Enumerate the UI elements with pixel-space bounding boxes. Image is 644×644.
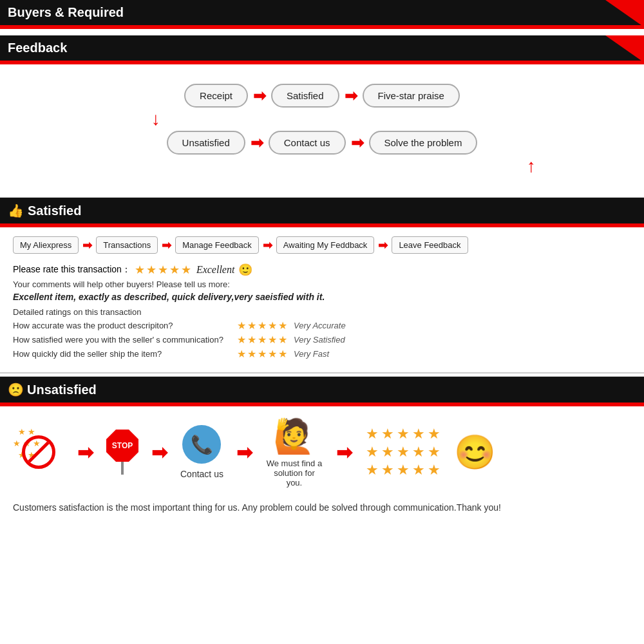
detail-text-3: Very Fast: [294, 349, 329, 359]
unsatisfied-section: ★ ★★ ★ ★★ ★ ➡ STOP ➡ 📞 Contact us ➡ 🙋 W: [0, 406, 644, 525]
nav-transactions: Transactions: [96, 236, 158, 254]
star-7: ★: [381, 444, 395, 460]
satisfied-header: 👍 Satisfied: [0, 198, 644, 225]
rating-stars: ★★★★★: [135, 263, 193, 277]
flow-arrow-2: ➡: [151, 441, 167, 464]
smiley-icon: 🙂: [238, 263, 252, 277]
star-4: ★: [412, 426, 426, 442]
star-6: ★: [365, 444, 379, 460]
detail-text-2: Very Satisfied: [294, 335, 345, 345]
feedback-title: Feedback: [8, 41, 67, 55]
five-star-box: Five-star praise: [363, 84, 460, 108]
star-8: ★: [396, 444, 410, 460]
flow-arrow-3: ➡: [236, 441, 252, 464]
buyers-required-title: Buyers & Required: [8, 5, 124, 20]
satisfied-title: Satisfied: [28, 204, 81, 218]
detail-row-2: How satisfied were you with the seller'ｓ…: [13, 334, 631, 346]
stop-block: STOP: [106, 430, 138, 475]
detail-q1: How accurate was the product descripiton…: [13, 321, 232, 330]
stars-grid-block: ★ ★ ★ ★ ★ ★ ★ ★ ★ ★ ★ ★ ★ ★ ★: [365, 426, 441, 478]
star-5: ★: [427, 426, 441, 442]
detail-text-1: Very Accurate: [294, 321, 346, 330]
nav-arrow-1: ➡: [82, 238, 92, 252]
arrow-up-container: ↑: [13, 157, 631, 175]
contact-us-box: Contact us: [269, 131, 346, 155]
feedback-red-bar: [0, 61, 644, 64]
buyers-required-header: Buyers & Required: [0, 0, 644, 25]
solution-label: We must find a solution for you.: [265, 459, 323, 488]
nav-manage-feedback: Manage Feedback: [175, 236, 259, 254]
arrow-down-icon: ↓: [151, 110, 160, 128]
arrow-right-1: ➡: [253, 87, 266, 105]
detail-stars-2: ★★★★★: [237, 334, 289, 346]
no-circle: [22, 435, 55, 469]
comments-label: Your comments will help other buyers! Pl…: [13, 279, 631, 289]
receipt-box: Receipt: [184, 84, 248, 108]
rating-line: Please rate this transaction： ★★★★★ Exce…: [13, 263, 631, 277]
star-14: ★: [412, 462, 426, 478]
star-3: ★: [396, 426, 410, 442]
thumbs-up-icon: 👍: [8, 203, 24, 218]
question-person-icon: 🙋: [273, 417, 315, 456]
stop-pole: [121, 462, 124, 475]
satisfied-box: Satisfied: [271, 84, 339, 108]
star-13: ★: [396, 462, 410, 478]
phone-symbol: 📞: [191, 434, 213, 455]
nav-leave-feedback: Leave Feedback: [392, 236, 468, 254]
star-9: ★: [412, 444, 426, 460]
feedback-header: Feedback: [0, 35, 644, 61]
review-text: Excellent item, exactly as described, qu…: [13, 292, 631, 302]
detail-row-1: How accurate was the product descripiton…: [13, 319, 631, 332]
satisfied-section: My Aliexpress ➡ Transactions ➡ Manage Fe…: [0, 227, 644, 373]
icon-flow: ★ ★★ ★ ★★ ★ ➡ STOP ➡ 📞 Contact us ➡ 🙋 W: [13, 417, 631, 488]
detail-row-3: How quickly did the seller ship the item…: [13, 348, 631, 360]
no-star-block: ★ ★★ ★ ★★ ★: [13, 426, 64, 478]
rating-label: Please rate this transaction：: [13, 264, 131, 276]
detail-stars-1: ★★★★★: [237, 319, 289, 332]
detail-q3: How quickly did the seller ship the item…: [13, 349, 232, 359]
detailed-label: Detailed ratings on this transaction: [13, 307, 631, 317]
stars-grid: ★ ★ ★ ★ ★ ★ ★ ★ ★ ★ ★ ★ ★ ★ ★: [365, 426, 441, 478]
arrow-right-2: ➡: [345, 87, 357, 105]
excellent-text: Excellent: [196, 264, 235, 276]
unsatisfied-header: 🙁 Unsatisfied: [0, 377, 644, 404]
star-10: ★: [427, 444, 441, 460]
flow-arrow-1: ➡: [77, 441, 93, 464]
unsatisfied-title: Unsatisfied: [27, 383, 97, 397]
big-smiley-block: 😊: [454, 433, 496, 472]
star-11: ★: [365, 462, 379, 478]
nav-arrow-4: ➡: [378, 238, 388, 252]
arrow-up-icon: ↑: [527, 157, 536, 175]
star-12: ★: [381, 462, 395, 478]
flow-diagram: Receipt ➡ Satisfied ➡ Five-star praise ↓…: [13, 77, 631, 184]
nav-my-aliexpress: My Aliexpress: [13, 236, 79, 254]
detail-stars-3: ★★★★★: [237, 348, 289, 360]
stop-sign-octagon: STOP: [106, 430, 138, 462]
nav-awaiting: Awaiting My Feddback: [276, 236, 375, 254]
unsatisfied-box: Unsatisfied: [167, 131, 245, 155]
flow-bottom-row: Unsatisfied ➡ Contact us ➡ Solve the pro…: [167, 131, 478, 155]
arrow-right-4: ➡: [351, 134, 364, 152]
nav-flow: My Aliexpress ➡ Transactions ➡ Manage Fe…: [13, 236, 631, 254]
star-2: ★: [381, 426, 395, 442]
buyers-red-bar: [0, 25, 644, 29]
no-star-icon: ★ ★★ ★ ★★ ★: [13, 426, 64, 478]
big-smiley-icon: 😊: [454, 433, 496, 472]
flow-top-row: Receipt ➡ Satisfied ➡ Five-star praise: [184, 84, 460, 108]
detail-q2: How satisfied were you with the seller'ｓ…: [13, 334, 232, 346]
stop-sign: STOP: [106, 430, 138, 475]
arrow-right-3: ➡: [251, 134, 263, 152]
nav-arrow-2: ➡: [162, 238, 171, 252]
arrow-down-container: ↓: [13, 110, 631, 128]
detailed-ratings: Detailed ratings on this transaction How…: [13, 307, 631, 360]
flow-arrow-4: ➡: [336, 441, 352, 464]
solve-box: Solve the problem: [369, 131, 478, 155]
bottom-text: Customers satisfaction is the most impor…: [13, 500, 631, 515]
divider-1: [0, 373, 644, 374]
star-15: ★: [427, 462, 441, 478]
feedback-section: Receipt ➡ Satisfied ➡ Five-star praise ↓…: [0, 71, 644, 197]
contact-us-label: Contact us: [180, 469, 223, 479]
nav-arrow-3: ➡: [263, 238, 272, 252]
solution-block: 🙋 We must find a solution for you.: [265, 417, 323, 488]
phone-icon: 📞: [182, 425, 221, 464]
